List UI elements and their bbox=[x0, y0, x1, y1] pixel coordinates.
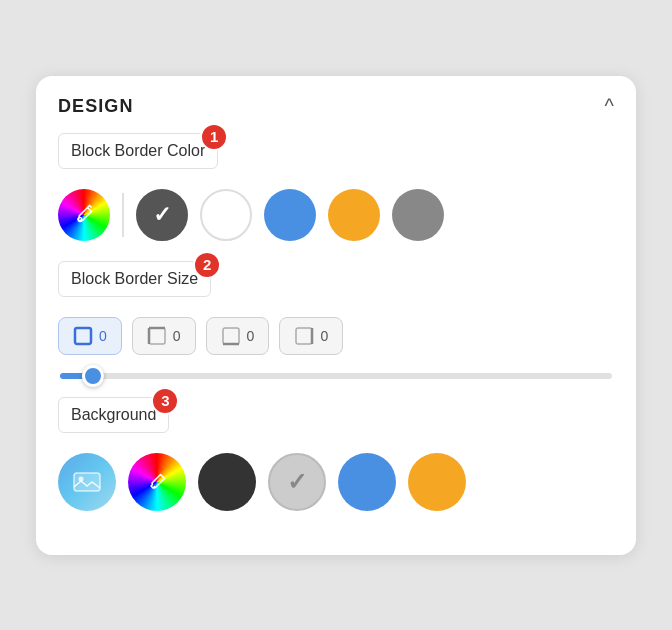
border-top-value: 0 bbox=[173, 328, 181, 344]
border-bottom-button[interactable]: 0 bbox=[206, 317, 270, 355]
bg-color-rainbow[interactable] bbox=[128, 453, 186, 511]
border-side-icon bbox=[294, 326, 314, 346]
background-label: Background bbox=[58, 397, 169, 433]
svg-rect-9 bbox=[74, 473, 100, 491]
border-size-row: 0 0 0 bbox=[58, 317, 614, 355]
design-panel: DESIGN ^ Block Border Color 1 ✓ bbox=[36, 76, 636, 555]
svg-rect-1 bbox=[75, 328, 91, 344]
border-top-button[interactable]: 0 bbox=[132, 317, 196, 355]
border-bottom-value: 0 bbox=[247, 328, 255, 344]
border-all-icon bbox=[73, 326, 93, 346]
color-gray[interactable] bbox=[392, 189, 444, 241]
block-border-size-section: Block Border Size 2 bbox=[58, 261, 614, 311]
block-border-size-label: Block Border Size bbox=[58, 261, 211, 297]
border-bottom-svg bbox=[221, 326, 241, 346]
border-side-button[interactable]: 0 bbox=[279, 317, 343, 355]
border-side-value: 0 bbox=[320, 328, 328, 344]
svg-rect-2 bbox=[149, 328, 165, 344]
border-all-button[interactable]: 0 bbox=[58, 317, 122, 355]
block-border-color-section: Block Border Color 1 bbox=[58, 133, 614, 183]
background-color-row: ✓ bbox=[58, 453, 614, 511]
border-top-icon bbox=[147, 326, 167, 346]
color-blue[interactable] bbox=[264, 189, 316, 241]
color-orange[interactable] bbox=[328, 189, 380, 241]
border-bottom-icon bbox=[221, 326, 241, 346]
block-border-color-label: Block Border Color bbox=[58, 133, 218, 169]
block-border-color-row: ✓ bbox=[58, 189, 614, 241]
bg-image-picker[interactable] bbox=[58, 453, 116, 511]
svg-rect-7 bbox=[296, 328, 312, 344]
selected-checkmark: ✓ bbox=[153, 202, 171, 228]
image-icon bbox=[58, 453, 116, 511]
color-picker-rainbow[interactable] bbox=[58, 189, 110, 241]
collapse-button[interactable]: ^ bbox=[605, 96, 614, 116]
color-white[interactable] bbox=[200, 189, 252, 241]
bg-color-blue[interactable] bbox=[338, 453, 396, 511]
svg-point-0 bbox=[78, 217, 82, 221]
border-all-svg bbox=[73, 326, 93, 346]
bg-color-orange[interactable] bbox=[408, 453, 466, 511]
color-dark-gray[interactable]: ✓ bbox=[136, 189, 188, 241]
bg-color-light-gray[interactable]: ✓ bbox=[268, 453, 326, 511]
slider-thumb[interactable] bbox=[82, 365, 104, 387]
image-svg bbox=[72, 469, 102, 495]
border-size-slider[interactable] bbox=[60, 373, 612, 379]
border-all-value: 0 bbox=[99, 328, 107, 344]
background-section: Background 3 bbox=[58, 397, 614, 447]
border-side-svg bbox=[294, 326, 314, 346]
bg-dropper-icon bbox=[146, 471, 168, 493]
bg-color-dark[interactable] bbox=[198, 453, 256, 511]
slider-row bbox=[58, 373, 614, 379]
bg-selected-checkmark: ✓ bbox=[287, 468, 307, 496]
dropper-icon bbox=[73, 204, 95, 226]
panel-header: DESIGN ^ bbox=[58, 96, 614, 117]
panel-title: DESIGN bbox=[58, 96, 134, 117]
svg-rect-5 bbox=[223, 328, 239, 344]
color-divider bbox=[122, 193, 124, 237]
border-top-svg bbox=[147, 326, 167, 346]
